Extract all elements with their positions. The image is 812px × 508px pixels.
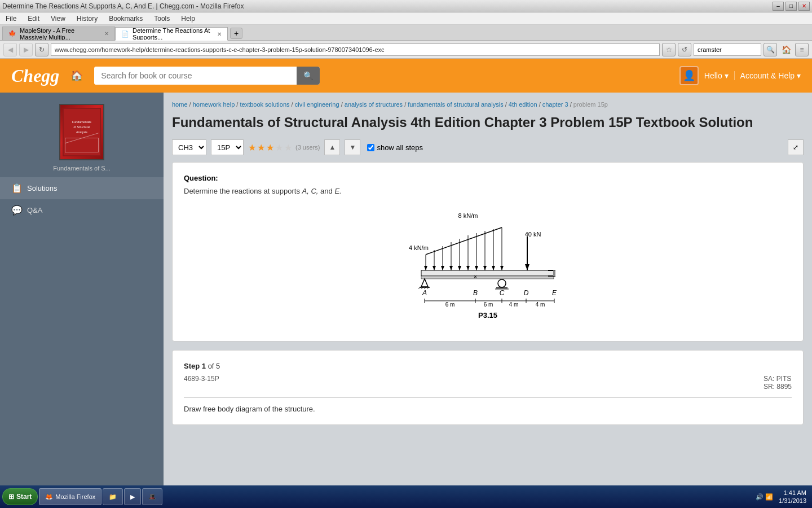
tab-close-maplestory[interactable]: ✕ — [104, 30, 109, 37]
taskbar-firefox[interactable]: 🦊 Mozilla Firefox — [39, 488, 102, 505]
search-go-button[interactable]: 🔍 — [764, 43, 777, 56]
prev-arrow-button[interactable]: ▲ — [324, 139, 340, 155]
star-1: ★ — [248, 142, 256, 153]
menu-view[interactable]: View — [47, 14, 69, 24]
star-button[interactable]: ☆ — [662, 43, 676, 56]
chegg-search-container: 🔍 — [94, 67, 320, 85]
solutions-icon: 📋 — [11, 183, 23, 194]
qa-icon: 💬 — [11, 205, 23, 216]
svg-rect-51 — [553, 270, 555, 276]
solution-toolbar: CH3 15P ★ ★ ★ ★ ★ (3 users) ▲ ▼ show al — [172, 139, 804, 155]
svg-text:Fundamentals: Fundamentals — [72, 120, 91, 124]
window-title: Determine The Reactions At Supports A, C… — [2, 2, 244, 10]
breadcrumb-home[interactable]: home — [172, 101, 188, 108]
tab-close-chegg[interactable]: ✕ — [217, 31, 222, 37]
close-button[interactable]: ✕ — [798, 2, 810, 11]
menu-history[interactable]: History — [73, 14, 101, 24]
sidebar-item-qa[interactable]: 💬 Q&A — [0, 199, 164, 221]
tab-chegg[interactable]: 📄 Determine The Reactions At Supports...… — [115, 27, 228, 41]
taskbar: ⊞ Start 🦊 Mozilla Firefox 📁 ▶ 🎩 🔊 📶 1:41… — [0, 485, 812, 508]
svg-marker-28 — [483, 266, 487, 270]
svg-text:×: × — [474, 273, 477, 280]
chegg-search-button[interactable]: 🔍 — [297, 67, 320, 85]
reload-button[interactable]: ↻ — [35, 43, 48, 56]
breadcrumb-4th-edition[interactable]: 4th edition — [509, 101, 537, 108]
address-input[interactable] — [51, 43, 660, 56]
clock-date: 1/31/2013 — [779, 497, 806, 505]
taskbar-explorer[interactable]: 📁 — [103, 488, 123, 505]
show-all-steps-checkbox[interactable] — [367, 144, 374, 151]
svg-text:P3.15: P3.15 — [478, 311, 497, 319]
home-button[interactable]: 🏠 — [779, 43, 793, 56]
svg-rect-32 — [421, 276, 554, 279]
step-of-total: of — [208, 362, 216, 370]
menu-file[interactable]: File — [2, 14, 20, 24]
svg-marker-34 — [525, 264, 529, 270]
sidebar-qa-label: Q&A — [27, 206, 42, 214]
svg-marker-30 — [500, 266, 504, 270]
fullscreen-button[interactable]: ⤢ — [788, 139, 804, 155]
chegg-logo[interactable]: Chegg — [11, 65, 59, 86]
show-all-steps-label: show all steps — [367, 143, 423, 152]
step-box: Step 1 of 5 4689-3-15P SA: PITS SR: 8895… — [172, 350, 804, 425]
firefox-label: Mozilla Firefox — [55, 493, 95, 500]
menu-help[interactable]: Help — [178, 14, 198, 24]
tab-maplestory[interactable]: 🍁 MapleStory - A Free Massively Multip..… — [2, 27, 115, 40]
star-rating: ★ ★ ★ ★ ★ (3 users) — [248, 142, 320, 153]
svg-text:Analysis: Analysis — [76, 130, 87, 134]
addressbar: ◀ ▶ ↻ ☆ ↺ 🔍 🏠 ≡ — [0, 41, 812, 59]
svg-marker-29 — [492, 266, 495, 270]
sidebar-item-solutions[interactable]: 📋 Solutions — [0, 177, 164, 199]
question-box: Question: Determine the reactions at sup… — [172, 162, 804, 341]
problem-select[interactable]: 15P — [211, 139, 244, 155]
new-tab-button[interactable]: + — [230, 28, 242, 39]
main-content: home / homework help / textbook solution… — [164, 93, 812, 508]
breadcrumb-textbook-solutions[interactable]: textbook solutions — [240, 101, 289, 108]
breadcrumb-fundamentals[interactable]: fundamentals of structural analysis — [408, 101, 503, 108]
breadcrumb-analysis-structures[interactable]: analysis of structures — [345, 101, 403, 108]
chegg-search-input[interactable] — [94, 67, 297, 85]
step-code: 4689-3-15P — [184, 375, 219, 391]
book-cover[interactable]: Fundamentals of Structural Analysis — [59, 104, 104, 160]
menu-tools[interactable]: Tools — [151, 14, 173, 24]
next-arrow-button[interactable]: ▼ — [345, 139, 360, 155]
back-button[interactable]: ◀ — [3, 43, 17, 56]
breadcrumb-civil-engineering[interactable]: civil engineering — [295, 101, 339, 108]
menu-edit[interactable]: Edit — [24, 14, 43, 24]
svg-point-44 — [498, 279, 506, 287]
firefox-icon: 🦊 — [45, 493, 53, 501]
taskbar-media[interactable]: ▶ — [124, 488, 141, 505]
breadcrumb-homework-help[interactable]: homework help — [193, 101, 235, 108]
svg-text:6 m: 6 m — [484, 301, 493, 308]
chegg-home-icon[interactable]: 🏠 — [70, 69, 83, 82]
hello-button[interactable]: Hello ▾ — [704, 71, 729, 80]
maximize-button[interactable]: □ — [785, 2, 797, 11]
tab-favicon-chegg: 📄 — [121, 30, 129, 38]
step-number: Step 1 — [184, 362, 206, 370]
svg-marker-23 — [441, 266, 444, 270]
rating-count: (3 users) — [295, 144, 320, 151]
minimize-button[interactable]: – — [773, 2, 784, 11]
svg-text:8 kN/m: 8 kN/m — [458, 212, 478, 219]
tab-favicon: 🍁 — [8, 30, 16, 37]
svg-text:C: C — [500, 289, 505, 297]
step-identifiers: SA: PITS SR: 8895 — [764, 375, 792, 391]
account-help-button[interactable]: Account & Help ▾ — [734, 71, 801, 80]
taskbar-app4[interactable]: 🎩 — [142, 488, 162, 505]
svg-marker-22 — [433, 266, 436, 270]
show-all-steps-text: show all steps — [377, 143, 423, 152]
user-icon: 👤 — [679, 66, 699, 85]
window-controls: – □ ✕ — [773, 2, 810, 11]
chapter-select[interactable]: CH3 — [172, 139, 206, 155]
menu-bookmarks[interactable]: Bookmarks — [105, 14, 146, 24]
svg-marker-25 — [458, 266, 461, 270]
browser-content: Chegg 🏠 🔍 👤 Hello ▾ Account & Help ▾ Fun… — [0, 59, 812, 508]
forward-button[interactable]: ▶ — [19, 43, 33, 56]
browser-search-input[interactable] — [694, 43, 761, 56]
clock-time: 1:41 AM — [779, 489, 806, 497]
breadcrumb-chapter3[interactable]: chapter 3 — [542, 101, 568, 108]
page-title: Fundamentals of Structural Analysis 4th … — [172, 113, 804, 131]
menu-button[interactable]: ≡ — [795, 43, 809, 56]
start-button[interactable]: ⊞ Start — [2, 488, 38, 505]
refresh-button[interactable]: ↺ — [678, 43, 691, 56]
